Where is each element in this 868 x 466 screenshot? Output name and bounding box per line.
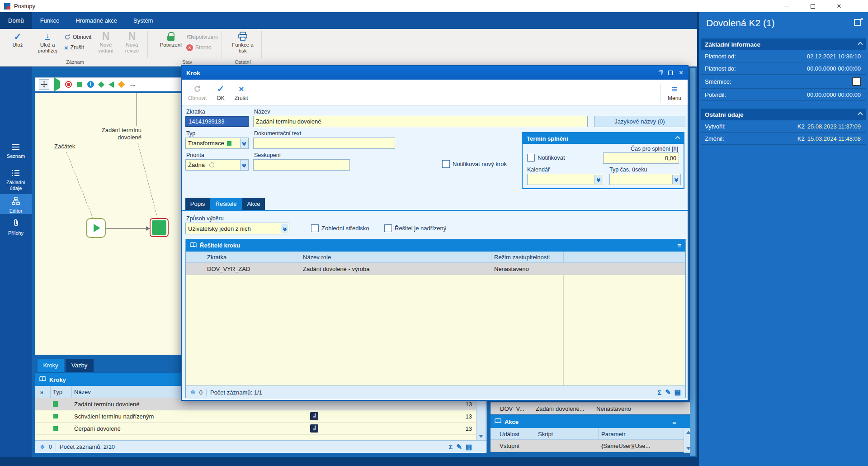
resitel-nadrizeny-checkbox[interactable]: Řešitel je nadřízený bbox=[384, 224, 446, 232]
play-node-icon[interactable] bbox=[54, 81, 60, 88]
ribbon-tab-system[interactable]: Systém bbox=[125, 12, 161, 29]
sidebar-item-editor[interactable]: Editor bbox=[0, 194, 32, 214]
new-issue-button[interactable]: N Nové vydání bbox=[93, 30, 118, 58]
main-scrollbar[interactable] bbox=[690, 68, 696, 456]
krok-dialog: Krok × Obnovit ✓ OK × Zrušit bbox=[181, 65, 689, 401]
close-icon[interactable]: × bbox=[679, 69, 683, 77]
language-names-button[interactable]: Jazykové názvy (0) bbox=[594, 116, 685, 127]
collapse-chevron-icon[interactable] bbox=[858, 42, 863, 47]
zpusob-vyberu-dropdown[interactable]: Uživatelsky jeden z nich bbox=[185, 223, 289, 234]
ribbon-separator bbox=[222, 31, 222, 58]
ribbon-tab-hromadne-akce[interactable]: Hromadné akce bbox=[67, 12, 125, 29]
dropdown-button[interactable] bbox=[672, 175, 680, 184]
panel-menu-icon[interactable]: ≡ bbox=[677, 242, 681, 249]
x-icon: × bbox=[239, 84, 244, 94]
sum-icon[interactable]: Σ bbox=[448, 443, 453, 451]
section-header-zakladni-informace[interactable]: Základní informace bbox=[701, 38, 866, 50]
minimize-button[interactable] bbox=[776, 0, 797, 12]
dok-text-input[interactable] bbox=[253, 138, 395, 149]
dropdown-button[interactable] bbox=[240, 138, 248, 148]
step-node-selected[interactable] bbox=[150, 218, 169, 237]
steps-tab-bar: Kroky Vazby bbox=[38, 359, 94, 372]
dialog-refresh-button[interactable]: Obnovit bbox=[188, 84, 207, 101]
ribbon-tab-funkce[interactable]: Funkce bbox=[32, 12, 68, 29]
nazev-input[interactable]: Zadání termínu dovolené bbox=[253, 116, 588, 127]
typ-useku-dropdown[interactable] bbox=[609, 174, 681, 185]
notify-checkbox[interactable]: Notifikovat bbox=[527, 154, 565, 162]
collapse-chevron-icon[interactable] bbox=[858, 112, 863, 117]
actions-table-header: Událost Skript Parametr bbox=[491, 428, 694, 440]
dialog-cancel-button[interactable]: × Zrušit bbox=[235, 84, 248, 101]
event-node-icon[interactable] bbox=[118, 81, 125, 88]
seskupeni-input[interactable] bbox=[253, 159, 350, 171]
table-row[interactable]: Schválení termínu nadřízeným 13 bbox=[35, 410, 486, 423]
checked-checkbox[interactable] bbox=[310, 424, 318, 433]
connector-arrow-icon[interactable]: → bbox=[129, 80, 137, 89]
zkratka-input[interactable]: 14141939133 bbox=[185, 116, 249, 127]
pan-tool-icon[interactable] bbox=[39, 79, 49, 90]
edit-pencil-icon[interactable]: ✎ bbox=[665, 388, 671, 396]
info-node-icon[interactable]: i bbox=[87, 81, 94, 88]
typ-dropdown[interactable]: Transformace bbox=[185, 138, 249, 149]
save-button[interactable]: ✓ Ulož bbox=[5, 30, 30, 58]
functions-print-button[interactable]: Funkce a tisk bbox=[228, 30, 258, 58]
back-node-icon[interactable] bbox=[108, 81, 114, 88]
dropdown-button[interactable] bbox=[240, 160, 248, 170]
sidebar-item-seznam[interactable]: Seznam bbox=[0, 141, 32, 165]
table-row[interactable]: DOV_VYR_ZAD Zadání dovolené - výroba Nen… bbox=[186, 263, 685, 275]
collapse-chevron-icon[interactable] bbox=[675, 136, 680, 141]
dialog-titlebar[interactable]: Krok × bbox=[182, 66, 688, 80]
dialog-tab-akce[interactable]: Akce bbox=[242, 198, 265, 210]
sidebar-item-prilohy[interactable]: Přílohy bbox=[0, 216, 32, 238]
dropdown-button[interactable] bbox=[281, 223, 288, 233]
step-node-icon[interactable] bbox=[77, 82, 82, 87]
dropdown-button[interactable] bbox=[594, 175, 602, 184]
start-node[interactable] bbox=[86, 218, 106, 238]
edit-pencil-icon[interactable]: ✎ bbox=[456, 443, 462, 451]
grid-icon[interactable]: ▦ bbox=[675, 388, 681, 396]
tab-kroky[interactable]: Kroky bbox=[38, 359, 64, 372]
section-header-ostatni-udaje[interactable]: Ostatní údaje bbox=[701, 109, 866, 120]
grid-icon[interactable]: ▦ bbox=[466, 443, 472, 451]
smernice-checkbox[interactable] bbox=[852, 77, 861, 86]
table-row[interactable]: Čerpání dovolené 13 bbox=[35, 423, 486, 435]
save-and-view-button[interactable]: ↓ Ulož a prohlížej bbox=[33, 30, 62, 58]
tab-vazby[interactable]: Vazby bbox=[66, 359, 94, 372]
maximize-icon[interactable] bbox=[668, 71, 673, 75]
maximize-button[interactable] bbox=[802, 0, 824, 12]
table-row[interactable]: DOV_V... Zadání dovolené... Nenastaveno bbox=[491, 402, 694, 414]
dialog-menu-button[interactable]: ≡ Menu bbox=[668, 84, 681, 101]
decision-node-icon[interactable] bbox=[98, 81, 104, 87]
cas-pro-splneni-input[interactable]: 0,00 bbox=[603, 152, 679, 164]
checkmark-icon: ✓ bbox=[217, 84, 224, 94]
refresh-button[interactable]: Obnovit bbox=[64, 33, 91, 42]
info-row: Potvrdil: 00.00.0000 00:00:00 bbox=[701, 89, 866, 101]
restore-icon[interactable] bbox=[658, 71, 662, 75]
dialog-tab-popis[interactable]: Popis bbox=[185, 198, 210, 210]
panel-menu-icon[interactable]: ≡ bbox=[672, 418, 676, 425]
notify-new-step-checkbox[interactable]: Notifikovat nový krok bbox=[442, 160, 507, 168]
storno-button[interactable]: × Storno bbox=[186, 43, 211, 52]
sidebar-item-zakladni-udaje[interactable]: Základní údaje bbox=[0, 167, 32, 192]
scroll-down-icon[interactable] bbox=[479, 435, 483, 438]
info-row: Platnost od: 02.12.2021 10:36:10 bbox=[701, 50, 866, 62]
kalendar-dropdown[interactable] bbox=[527, 174, 603, 185]
dialog-tab-resitele[interactable]: Řešitelé bbox=[210, 198, 242, 210]
actions-panel-header: Akce ≡ bbox=[491, 415, 694, 428]
stop-node-icon[interactable] bbox=[65, 81, 72, 88]
dialog-ok-button[interactable]: ✓ OK bbox=[217, 84, 224, 101]
unconfirm-button[interactable]: Odpotvrzeni bbox=[186, 33, 218, 42]
ribbon-tab-domu[interactable]: Domů bbox=[0, 12, 32, 29]
filter-snowflake-icon[interactable]: ❄ bbox=[190, 389, 196, 396]
table-scrollbar[interactable] bbox=[476, 398, 486, 440]
close-button[interactable]: × bbox=[828, 0, 850, 12]
sum-icon[interactable]: Σ bbox=[657, 389, 661, 396]
zohledni-stredisko-checkbox[interactable]: Zohledni středisko bbox=[311, 224, 369, 232]
priorita-dropdown[interactable]: Žádná bbox=[185, 159, 249, 171]
table-row[interactable]: Vstupní {SameUser}{Use... bbox=[491, 440, 694, 452]
new-revision-button[interactable]: N Nová revize bbox=[119, 30, 145, 58]
confirm-button[interactable]: Potvrzení bbox=[157, 30, 184, 58]
cancel-button[interactable]: × Zrušit bbox=[64, 43, 84, 52]
checked-checkbox[interactable] bbox=[310, 412, 318, 420]
filter-snowflake-icon[interactable]: ❄ bbox=[40, 443, 45, 451]
